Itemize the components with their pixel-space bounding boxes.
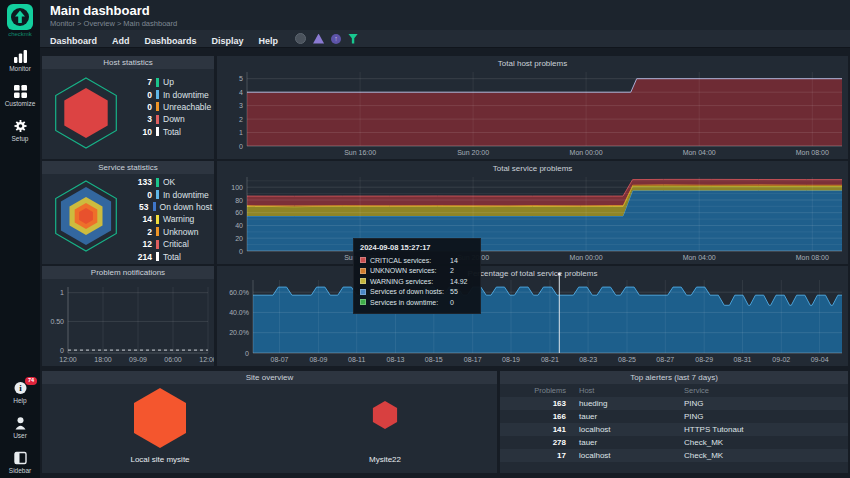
stat-value: 14 <box>126 214 152 224</box>
problems-count: 17 <box>500 451 566 460</box>
stat-row-in-downtime[interactable]: 0In downtime <box>126 188 212 200</box>
warning-triangle-icon[interactable] <box>313 34 324 44</box>
sidebar-item-customize[interactable]: Customize <box>0 84 40 107</box>
tooltip-value: 55 <box>450 288 474 295</box>
svg-text:40.0%: 40.0% <box>229 309 249 316</box>
menu-add[interactable]: Add <box>112 36 130 46</box>
column-header-problems[interactable]: Problems <box>500 386 566 395</box>
service-link[interactable]: HTTPS Tutonaut <box>684 425 848 434</box>
notifications-chart[interactable]: 00.50112:0018:0009-0906:0012:00 <box>42 279 214 366</box>
stat-label: Down <box>163 114 185 124</box>
stat-row-unknown[interactable]: 2Unknown <box>126 226 212 238</box>
service-link[interactable]: PING <box>684 412 848 421</box>
alerter-row[interactable]: 166tauerPING <box>500 410 848 423</box>
svg-text:Mon 00:00: Mon 00:00 <box>570 254 603 261</box>
site-label[interactable]: Mysite22 <box>369 455 401 464</box>
menu-display[interactable]: Display <box>212 36 244 46</box>
tooltip-rows: CRITICAL services:14UNKNOWN services:2WA… <box>360 255 474 308</box>
panel-percentage-service-problems: Percentage of total service problems 020… <box>217 266 848 366</box>
version-icon[interactable]: ↑ <box>331 34 341 44</box>
host-link[interactable]: tauer <box>579 412 684 421</box>
alerter-row[interactable]: 17localhostCheck_MK <box>500 449 848 462</box>
page-title: Main dashboard <box>50 3 150 18</box>
host-state-hexagon[interactable] <box>48 73 124 153</box>
column-header-service[interactable]: Service <box>684 386 848 395</box>
checkmk-logo[interactable] <box>7 4 33 30</box>
menu-dashboards[interactable]: Dashboards <box>145 36 197 46</box>
svg-text:3: 3 <box>239 102 243 109</box>
percentage-chart[interactable]: 020.0%40.0%60.0%08-0708-0908-1108-1308-1… <box>217 266 848 366</box>
host-link[interactable]: localhost <box>579 425 684 434</box>
service-link[interactable]: Check_MK <box>684 438 848 447</box>
stat-row-warning[interactable]: 14Warning <box>126 213 212 225</box>
problems-count: 141 <box>500 425 566 434</box>
breadcrumb[interactable]: Monitor > Overview > Main dashboard <box>50 19 177 28</box>
stat-row-up[interactable]: 7Up <box>126 76 212 88</box>
service-problems-chart[interactable]: 020406080100Sun 16:00Sun 20:00Mon 00:00M… <box>217 161 848 264</box>
svg-text:08-31: 08-31 <box>734 356 752 363</box>
stat-row-total[interactable]: 214Total <box>126 250 212 262</box>
svg-text:Mon 00:00: Mon 00:00 <box>570 149 603 156</box>
service-state-hexagon[interactable] <box>48 176 124 256</box>
stat-swatch <box>156 127 159 136</box>
svg-text:08-07: 08-07 <box>271 356 289 363</box>
stat-row-total[interactable]: 10Total <box>126 126 212 138</box>
stat-swatch <box>156 227 159 236</box>
main-sidebar: checkmk Monitor Customize <box>0 0 40 478</box>
stat-row-down[interactable]: 3Down <box>126 113 212 125</box>
tooltip-label: CRITICAL services: <box>370 257 450 264</box>
stat-row-on-down-host[interactable]: 53On down host <box>126 201 212 213</box>
coin-icon[interactable] <box>295 33 306 44</box>
stat-row-critical[interactable]: 12Critical <box>126 238 212 250</box>
service-link[interactable]: PING <box>684 399 848 408</box>
stat-label: Total <box>163 127 181 137</box>
host-problems-chart[interactable]: 012345Sun 16:00Sun 20:00Mon 00:00Mon 04:… <box>217 56 848 159</box>
legend-swatch <box>360 278 366 284</box>
stat-value: 7 <box>126 77 152 87</box>
tooltip-value: 14.92 <box>450 278 474 285</box>
sidebar-item-user[interactable]: User <box>0 416 40 439</box>
stat-value: 133 <box>126 177 152 187</box>
menu-help[interactable]: Help <box>259 36 279 46</box>
column-header-host[interactable]: Host <box>579 386 684 395</box>
site-hexagon[interactable] <box>373 401 397 429</box>
panel-service-statistics: Service statistics 133OK0In downtime53On… <box>42 161 214 264</box>
site-hexagons[interactable] <box>42 384 497 456</box>
site-label[interactable]: Local site mysite <box>130 455 189 464</box>
sidebar-item-sidebar[interactable]: Sidebar <box>0 451 40 474</box>
alerter-row[interactable]: 163huedingPING <box>500 397 848 410</box>
stat-row-in-downtime[interactable]: 0In downtime <box>126 88 212 100</box>
svg-text:0.50: 0.50 <box>50 318 64 325</box>
service-link[interactable]: Check_MK <box>684 451 848 460</box>
sidebar-item-label: Monitor <box>0 65 40 72</box>
panel-host-statistics: Host statistics 7Up0In downtime0Unreacha… <box>42 56 214 159</box>
tooltip-row: CRITICAL services:14 <box>360 255 474 266</box>
stat-row-unreachable[interactable]: 0Unreachable <box>126 101 212 113</box>
stat-label: Total <box>163 252 181 262</box>
menu-dashboard[interactable]: Dashboard <box>50 36 97 46</box>
help-badge: 74 <box>25 377 37 385</box>
stat-label: Critical <box>163 239 189 249</box>
svg-text:18:00: 18:00 <box>94 356 112 363</box>
sidebar-item-monitor[interactable]: Monitor <box>0 49 40 72</box>
stat-value: 0 <box>126 190 152 200</box>
site-hexagon[interactable] <box>134 388 186 448</box>
host-link[interactable]: hueding <box>579 399 684 408</box>
filter-icon[interactable] <box>348 34 358 44</box>
service-problems-svg: 020406080100Sun 16:00Sun 20:00Mon 00:00M… <box>217 161 848 264</box>
sidebar-item-help[interactable]: i 74 Help <box>0 381 40 404</box>
host-link[interactable]: tauer <box>579 438 684 447</box>
stat-swatch <box>156 102 159 111</box>
alerter-row[interactable]: 141localhostHTTPS Tutonaut <box>500 423 848 436</box>
svg-text:40: 40 <box>235 222 243 229</box>
host-problems-svg: 012345Sun 16:00Sun 20:00Mon 00:00Mon 04:… <box>217 56 848 159</box>
alerter-row[interactable]: 278tauerCheck_MK <box>500 436 848 449</box>
svg-text:08-15: 08-15 <box>425 356 443 363</box>
sidebar-item-setup[interactable]: Setup <box>0 119 40 142</box>
svg-text:1: 1 <box>60 289 64 296</box>
table-header: Problems Host Service <box>500 384 848 397</box>
stat-row-ok[interactable]: 133OK <box>126 176 212 188</box>
host-link[interactable]: localhost <box>579 451 684 460</box>
panel-title: Problem notifications <box>42 266 214 279</box>
panel-total-service-problems: Total service problems 020406080100Sun 1… <box>217 161 848 264</box>
